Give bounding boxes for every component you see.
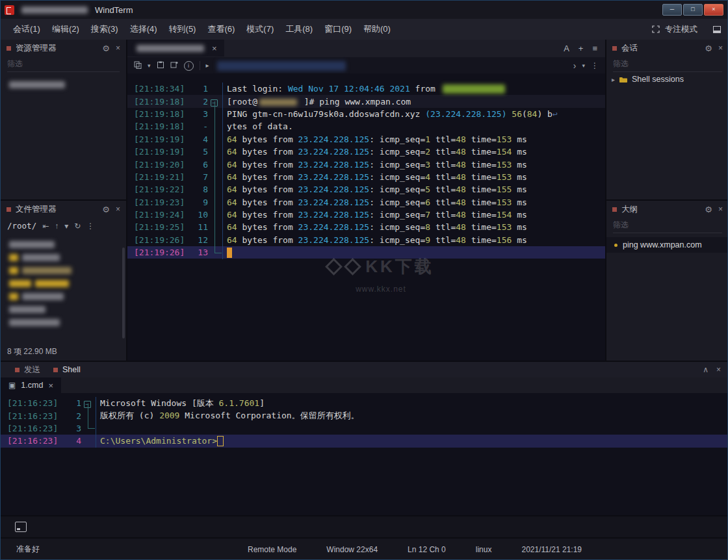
file-list[interactable] — [1, 234, 126, 333]
dropdown-icon[interactable]: ▾ — [64, 222, 68, 230]
file-row[interactable] — [7, 238, 120, 251]
file-row[interactable] — [7, 316, 120, 329]
panel-title: 资源管理器 — [16, 43, 57, 54]
menu-item[interactable]: 帮助(0) — [358, 20, 396, 38]
close-icon[interactable]: × — [718, 44, 723, 53]
gutter-separator — [96, 397, 96, 448]
status-mode[interactable]: Remote Mode — [248, 545, 296, 554]
chevron-right-icon[interactable]: ▸ — [612, 76, 615, 83]
info-icon[interactable]: i — [184, 61, 194, 71]
timestamp: [21:19:21] — [127, 172, 188, 182]
close-icon[interactable]: × — [716, 365, 721, 374]
tab-send[interactable]: 发送 — [15, 364, 40, 375]
menu-item[interactable]: 会话(1) — [7, 20, 46, 38]
copy-icon[interactable] — [134, 61, 142, 70]
more-icon[interactable]: ⋮ — [591, 62, 599, 70]
tab-label: 1.cmd — [21, 381, 43, 390]
status-caret-position[interactable]: Ln 12 Ch 0 — [408, 545, 446, 554]
file-row[interactable] — [7, 290, 120, 303]
run-icon[interactable]: › — [573, 61, 577, 70]
tab-label: 发送 — [24, 364, 40, 375]
close-icon[interactable]: × — [116, 44, 120, 53]
terminal-line: [21:19:26]1264 bytes from 23.224.228.125… — [127, 234, 605, 246]
filter-input[interactable]: 筛选 — [7, 58, 120, 72]
close-tab-icon[interactable]: × — [212, 44, 217, 53]
gear-icon[interactable]: ⚙ — [705, 205, 712, 214]
file-row[interactable] — [7, 303, 120, 316]
status-os[interactable]: linux — [476, 545, 492, 554]
cmd-terminal[interactable]: [21:16:23]1−Microsoft Windows [版本 6.1.76… — [1, 393, 728, 515]
timestamp: [21:19:25] — [127, 222, 188, 232]
menu-item[interactable]: 搜索(3) — [85, 20, 124, 38]
menu-item[interactable]: 窗口(9) — [318, 20, 358, 38]
terminal[interactable]: [21:18:34]1Last login: Wed Nov 17 12:04:… — [127, 73, 605, 361]
menu-item[interactable]: 工具(8) — [280, 20, 318, 38]
minimize-button[interactable]: ─ — [662, 4, 682, 16]
close-button[interactable]: × — [704, 4, 723, 16]
font-icon[interactable]: A — [564, 44, 569, 53]
terminal-line: [21:18:34]1Last login: Wed Nov 17 12:04:… — [127, 83, 605, 95]
console-icon: ▣ — [8, 381, 16, 390]
gear-icon[interactable]: ⚙ — [102, 205, 110, 214]
close-icon[interactable]: × — [718, 205, 723, 214]
menu-item[interactable]: 转到(5) — [163, 20, 202, 38]
file-row[interactable] — [7, 264, 120, 277]
line-number: 12 — [188, 235, 208, 245]
tab-shell[interactable]: Shell — [53, 365, 81, 374]
scrollbar[interactable] — [122, 248, 125, 338]
redacted-item — [9, 81, 65, 88]
copy-dropdown-icon[interactable]: ▾ — [148, 63, 151, 69]
new-tab-icon[interactable]: + — [578, 44, 584, 53]
focus-mode-toggle[interactable]: 专注模式 — [665, 24, 697, 35]
up-icon[interactable]: ↑ — [55, 222, 58, 230]
expand-icon[interactable]: ▾ — [582, 63, 585, 69]
file-row[interactable] — [7, 277, 120, 290]
menu-item[interactable]: 编辑(2) — [46, 20, 85, 38]
duplicate-icon[interactable] — [170, 61, 178, 70]
terminal-text: [root@ ]# ping www.xmpan.com — [220, 97, 411, 107]
gear-icon[interactable]: ⚙ — [705, 44, 712, 53]
panel-icon — [6, 207, 11, 212]
status-ready: 准备好 — [16, 544, 40, 555]
line-number: 9 — [188, 197, 208, 207]
paste-icon[interactable] — [157, 61, 164, 70]
gear-icon[interactable]: ⚙ — [102, 44, 110, 53]
line-number: 3 — [188, 109, 208, 119]
file-row[interactable] — [7, 251, 120, 264]
menu-items: 会话(1)编辑(2)搜索(3)选择(4)转到(5)查看(6)模式(7)工具(8)… — [7, 20, 396, 38]
terminal-line: [21:16:23]1−Microsoft Windows [版本 6.1.76… — [1, 397, 728, 409]
path-input[interactable]: /root/ — [7, 221, 36, 231]
layout-toggle-icon[interactable] — [713, 26, 721, 33]
terminal-line: [21:19:22]864 bytes from 23.224.228.125:… — [127, 183, 605, 196]
close-tab-icon[interactable]: × — [48, 381, 53, 390]
terminal-text: 64 bytes from 23.224.228.125: icmp_seq=2… — [220, 147, 527, 157]
menu-item[interactable]: 模式(7) — [240, 20, 280, 38]
refresh-icon[interactable]: ↻ — [74, 222, 81, 230]
line-number: 8 — [188, 185, 208, 194]
back-icon[interactable]: ⇤ — [42, 222, 49, 230]
terminal-tab[interactable]: × — [127, 40, 224, 57]
more-icon[interactable]: ⋮ — [86, 222, 94, 230]
timestamp: [21:16:23] — [1, 424, 62, 433]
filter-input[interactable]: 筛选 — [613, 220, 722, 233]
status-window-size[interactable]: Window 22x64 — [326, 545, 378, 554]
menu-item[interactable]: 选择(4) — [124, 20, 163, 38]
tab-menu-icon[interactable]: ≡ — [592, 44, 597, 53]
maximize-button[interactable]: □ — [683, 4, 703, 16]
terminal-icon[interactable] — [15, 522, 27, 532]
menu-item[interactable]: 查看(6) — [202, 20, 240, 38]
timestamp: [21:19:20] — [127, 160, 188, 170]
gutter-separator — [222, 83, 223, 259]
windterm-window: WindTerm ─ □ × 会话(1)编辑(2)搜索(3)选择(4)转到(5)… — [0, 0, 728, 560]
line-number: - — [188, 121, 208, 131]
close-icon[interactable]: × — [116, 205, 120, 214]
fold-scope-line — [214, 101, 222, 253]
terminal-line: [21:19:23]964 bytes from 23.224.228.125:… — [127, 196, 605, 209]
tab-label: Shell — [62, 365, 81, 374]
timestamp: [21:18:34] — [127, 84, 188, 94]
filter-input[interactable]: 筛选 — [613, 58, 722, 72]
tree-item-shell-sessions[interactable]: ▸ Shell sessions — [606, 72, 728, 86]
outline-item[interactable]: ping www.xmpan.com — [606, 237, 728, 253]
collapse-icon[interactable]: ∧ — [703, 365, 708, 374]
tab-cmd[interactable]: ▣ 1.cmd × — [1, 377, 61, 393]
